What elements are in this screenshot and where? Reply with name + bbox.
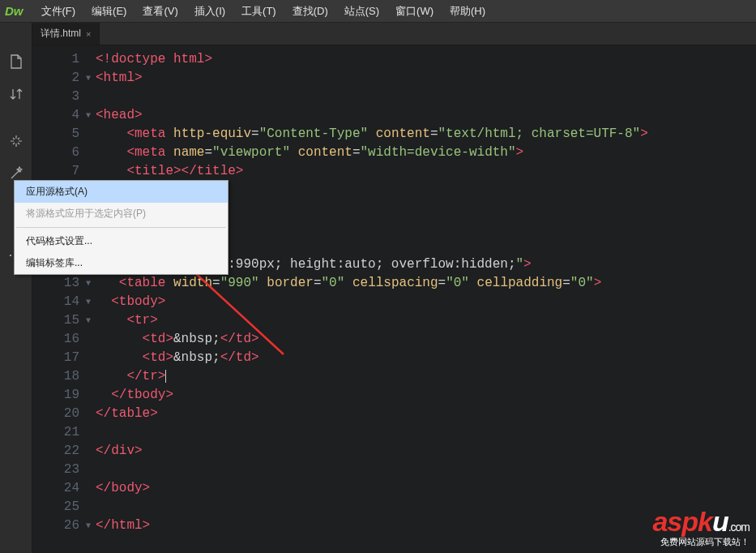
ctx-edit-tag-library[interactable]: 编辑标签库...	[15, 252, 228, 274]
tab-file[interactable]: 详情.html ×	[32, 23, 100, 45]
close-icon[interactable]: ×	[86, 29, 91, 39]
ctx-code-format-settings[interactable]: 代码格式设置...	[15, 230, 228, 252]
app-logo: Dw	[5, 4, 23, 18]
ctx-separator	[16, 227, 226, 228]
sparkle-icon[interactable]	[6, 131, 26, 151]
ctx-apply-to-selection: 将源格式应用于选定内容(P)	[15, 203, 228, 225]
context-menu: 应用源格式(A) 将源格式应用于选定内容(P) 代码格式设置... 编辑标签库.…	[14, 180, 229, 275]
menu-file[interactable]: 文件(F)	[33, 4, 84, 19]
menu-insert[interactable]: 插入(I)	[186, 4, 233, 19]
ctx-apply-source-format[interactable]: 应用源格式(A)	[15, 181, 228, 203]
menu-window[interactable]: 窗口(W)	[387, 4, 442, 19]
tab-label: 详情.html	[41, 27, 81, 41]
menu-find[interactable]: 查找(D)	[284, 4, 336, 19]
main-area: 详情.html × 12▼34▼5678910111213▼14▼15▼1617…	[32, 23, 756, 553]
menu-help[interactable]: 帮助(H)	[442, 4, 493, 19]
swap-icon[interactable]	[6, 84, 26, 104]
menu-view[interactable]: 查看(V)	[135, 4, 186, 19]
workspace: ⋯ 详情.html × 12▼34▼5678910111213▼14▼15▼16…	[0, 23, 756, 553]
menu-bar: Dw 文件(F) 编辑(E) 查看(V) 插入(I) 工具(T) 查找(D) 站…	[0, 0, 756, 23]
tab-bar: 详情.html ×	[32, 23, 756, 45]
menu-tools[interactable]: 工具(T)	[233, 4, 284, 19]
code-area[interactable]: <!doctype html><html><head> <meta http-e…	[89, 45, 756, 553]
file-icon[interactable]	[6, 52, 26, 71]
menu-site[interactable]: 站点(S)	[336, 4, 387, 19]
line-gutter: 12▼34▼5678910111213▼14▼15▼16171819202122…	[32, 45, 89, 553]
code-editor[interactable]: 12▼34▼5678910111213▼14▼15▼16171819202122…	[32, 45, 756, 553]
menu-edit[interactable]: 编辑(E)	[83, 4, 135, 19]
left-sidebar: ⋯	[0, 23, 32, 553]
